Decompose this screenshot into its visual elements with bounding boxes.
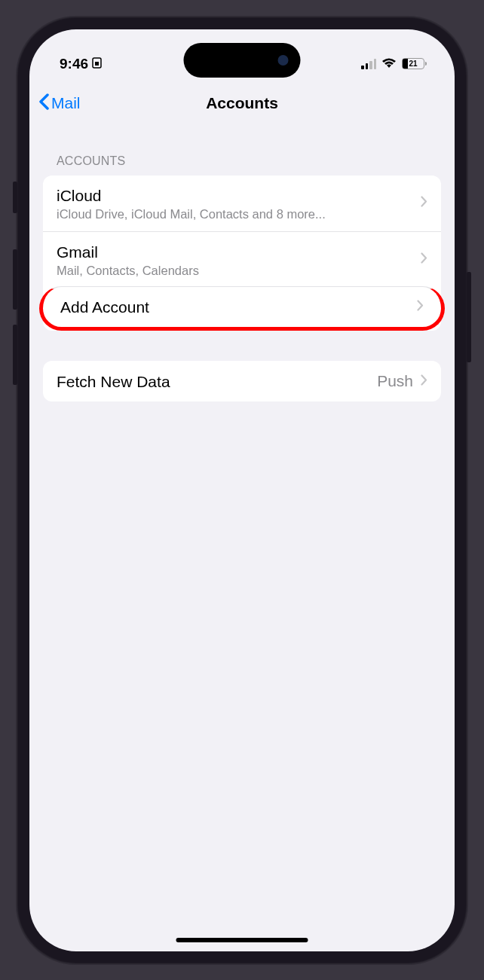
- wifi-icon: [381, 58, 397, 69]
- camera-dot: [278, 55, 289, 66]
- fetch-new-data-row[interactable]: Fetch New Data Push: [43, 361, 441, 401]
- section-header-accounts: ACCOUNTS: [43, 127, 441, 176]
- account-row-gmail[interactable]: Gmail Mail, Contacts, Calendars: [43, 231, 441, 288]
- volume-up-button: [13, 249, 17, 310]
- battery-icon: 21: [402, 58, 424, 69]
- account-row-icloud[interactable]: iCloud iCloud Drive, iCloud Mail, Contac…: [43, 176, 441, 231]
- chevron-right-icon: [421, 195, 427, 211]
- svg-rect-1: [95, 62, 99, 66]
- status-right: 21: [361, 58, 424, 69]
- back-label: Mail: [51, 94, 81, 112]
- chevron-right-icon: [421, 374, 427, 389]
- status-left: 9:46: [60, 56, 102, 72]
- chevron-right-icon: [421, 252, 427, 267]
- device-frame: 9:46 21: [16, 16, 468, 965]
- fetch-group: Fetch New Data Push: [43, 361, 441, 401]
- page-title: Accounts: [206, 94, 278, 112]
- back-button[interactable]: Mail: [38, 93, 81, 114]
- volume-down-button: [13, 325, 17, 385]
- content-area: ACCOUNTS iCloud iCloud Drive, iCloud Mai…: [29, 127, 455, 402]
- home-indicator[interactable]: [176, 938, 308, 942]
- chevron-left-icon: [38, 93, 50, 114]
- screen: 9:46 21: [29, 29, 455, 951]
- add-account-label: Add Account: [60, 297, 417, 317]
- fetch-value: Push: [377, 372, 413, 390]
- navigation-bar: Mail Accounts: [29, 82, 455, 127]
- fetch-label: Fetch New Data: [57, 371, 377, 392]
- accounts-group: iCloud iCloud Drive, iCloud Mail, Contac…: [43, 176, 441, 331]
- dynamic-island: [184, 43, 301, 78]
- account-subtitle: Mail, Contacts, Calendars: [57, 264, 421, 278]
- side-button: [13, 182, 17, 213]
- cellular-signal-icon: [361, 59, 376, 69]
- power-button: [467, 272, 471, 362]
- add-account-row[interactable]: Add Account: [39, 286, 445, 331]
- account-title: iCloud: [57, 185, 421, 206]
- account-subtitle: iCloud Drive, iCloud Mail, Contacts and …: [57, 207, 421, 221]
- account-title: Gmail: [57, 242, 421, 262]
- battery-percent: 21: [403, 60, 424, 68]
- chevron-right-icon: [417, 299, 424, 315]
- sim-icon: [92, 57, 102, 71]
- status-time: 9:46: [60, 56, 88, 72]
